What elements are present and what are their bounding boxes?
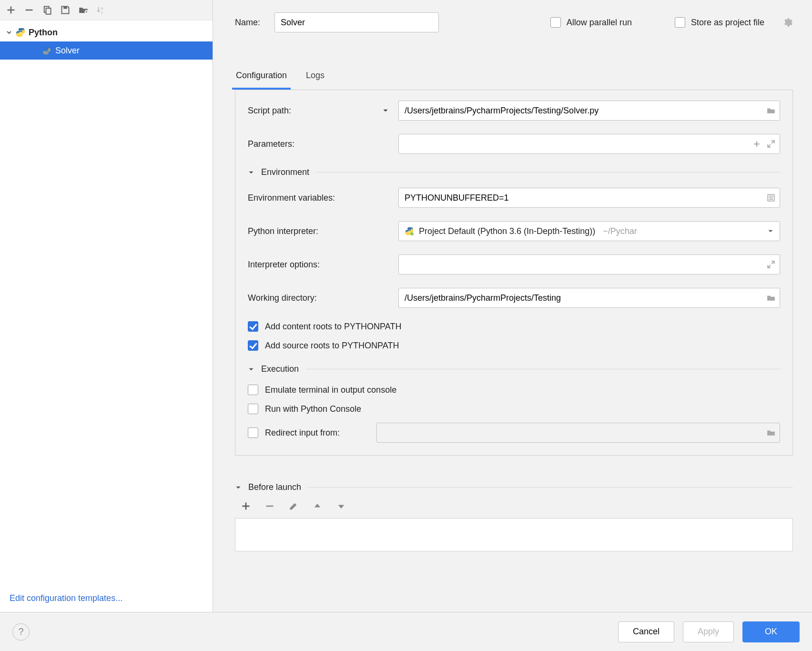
- working-dir-label: Working directory:: [248, 293, 317, 303]
- browse-folder-icon[interactable]: [767, 106, 775, 115]
- svg-rect-3: [63, 7, 67, 9]
- bl-down-button: [334, 499, 348, 513]
- plus-icon[interactable]: [752, 140, 761, 148]
- save-config-button[interactable]: [58, 3, 72, 17]
- bl-remove-button: [263, 499, 277, 513]
- parameters-input[interactable]: [398, 134, 780, 154]
- script-path-dropdown-icon[interactable]: [380, 107, 389, 114]
- help-button[interactable]: ?: [12, 623, 30, 641]
- parameters-label: Parameters:: [248, 139, 294, 149]
- redirect-input-label: Redirect input from:: [265, 428, 370, 438]
- expand-icon[interactable]: [767, 260, 775, 269]
- add-source-roots-checkbox[interactable]: [248, 340, 258, 351]
- python-icon: [42, 46, 52, 55]
- redirect-input-field: [376, 423, 780, 443]
- interpreter-label: Python interpreter:: [248, 226, 318, 236]
- svg-rect-9: [266, 506, 274, 507]
- store-project-label: Store as project file: [691, 18, 764, 28]
- dialog-footer: ? Cancel Apply OK: [0, 612, 812, 651]
- before-launch-list[interactable]: [235, 518, 793, 551]
- name-input[interactable]: [274, 12, 439, 32]
- tab-configuration[interactable]: Configuration: [235, 66, 288, 89]
- add-config-button[interactable]: [4, 3, 18, 17]
- env-vars-input[interactable]: [398, 188, 780, 208]
- interpreter-options-label: Interpreter options:: [248, 260, 320, 270]
- bl-edit-button: [286, 499, 301, 513]
- emulate-terminal-label: Emulate terminal in output console: [265, 385, 396, 395]
- emulate-terminal-checkbox[interactable]: [248, 385, 258, 395]
- svg-rect-0: [26, 10, 33, 11]
- execution-section-label: Execution: [261, 364, 299, 374]
- interpreter-hint: ~/Pychar: [603, 226, 637, 236]
- env-vars-label: Environment variables:: [248, 193, 335, 203]
- name-label: Name:: [235, 18, 260, 28]
- tabs: Configuration Logs: [235, 66, 793, 90]
- folder-config-button[interactable]: [76, 3, 91, 17]
- apply-button: Apply: [683, 621, 734, 642]
- interpreter-options-input[interactable]: [398, 254, 780, 275]
- working-dir-input[interactable]: [398, 288, 780, 308]
- add-content-roots-label: Add content roots to PYTHONPATH: [265, 322, 401, 332]
- tree-group-python[interactable]: Python: [0, 23, 213, 41]
- svg-text:z: z: [101, 10, 103, 15]
- add-source-roots-label: Add source roots to PYTHONPATH: [265, 341, 399, 351]
- tree-item-label: Solver: [55, 46, 80, 56]
- before-launch-toolbar: [235, 497, 793, 518]
- copy-config-button[interactable]: [40, 3, 54, 17]
- edit-templates-link[interactable]: Edit configuration templates...: [10, 593, 122, 603]
- list-icon[interactable]: [767, 193, 775, 202]
- env-section-toggle[interactable]: [248, 169, 254, 176]
- gear-icon[interactable]: [782, 17, 793, 28]
- script-path-input[interactable]: [398, 101, 780, 121]
- before-launch-label: Before launch: [248, 482, 301, 492]
- ok-button[interactable]: OK: [742, 621, 800, 642]
- chevron-down-icon: [767, 228, 774, 234]
- run-console-label: Run with Python Console: [265, 404, 361, 414]
- chevron-down-icon: [6, 30, 12, 35]
- script-path-label: Script path:: [248, 106, 291, 116]
- content-area: Name: Allow parallel run Store as projec…: [213, 0, 812, 612]
- tree-group-label: Python: [29, 28, 58, 38]
- python-icon: [405, 226, 414, 236]
- expand-icon[interactable]: [767, 140, 775, 148]
- config-panel: Script path: Parameters:: [235, 90, 793, 456]
- browse-folder-icon: [767, 428, 775, 437]
- cancel-button[interactable]: Cancel: [618, 621, 674, 642]
- add-content-roots-checkbox[interactable]: [248, 321, 258, 332]
- tab-logs[interactable]: Logs: [305, 66, 325, 89]
- sidebar-toolbar: az: [0, 0, 213, 20]
- tree-item-solver[interactable]: Solver: [0, 41, 213, 60]
- remove-config-button[interactable]: [22, 3, 36, 17]
- sidebar: az Python Solver: [0, 0, 213, 612]
- allow-parallel-label: Allow parallel run: [567, 18, 632, 28]
- bl-add-button[interactable]: [239, 499, 253, 513]
- interpreter-value: Project Default (Python 3.6 (In-Depth-Te…: [419, 226, 595, 236]
- bl-up-button: [310, 499, 325, 513]
- python-icon: [15, 27, 26, 38]
- run-console-checkbox[interactable]: [248, 404, 258, 414]
- svg-rect-2: [46, 8, 51, 14]
- execution-section-toggle[interactable]: [248, 366, 254, 373]
- config-tree: Python Solver: [0, 20, 213, 590]
- before-launch-toggle[interactable]: [235, 484, 242, 491]
- sort-config-button: az: [94, 3, 109, 17]
- store-project-checkbox[interactable]: Store as project file: [675, 17, 764, 28]
- redirect-input-checkbox[interactable]: [248, 427, 258, 438]
- interpreter-select[interactable]: Project Default (Python 3.6 (In-Depth-Te…: [398, 221, 780, 241]
- browse-folder-icon[interactable]: [767, 294, 775, 302]
- allow-parallel-checkbox[interactable]: Allow parallel run: [550, 17, 632, 28]
- env-section-label: Environment: [261, 167, 309, 177]
